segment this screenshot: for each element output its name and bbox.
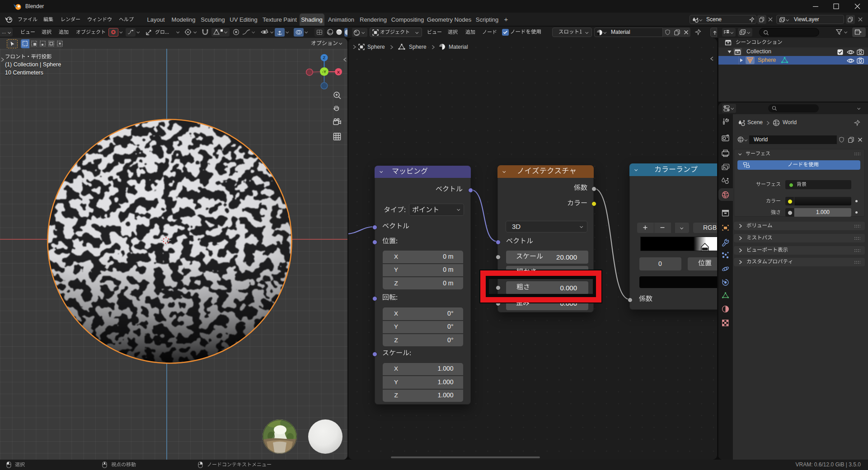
svg-text:Z: Z xyxy=(323,55,326,60)
svg-text:X: X xyxy=(337,70,340,74)
svg-text:-Y: -Y xyxy=(322,70,326,74)
